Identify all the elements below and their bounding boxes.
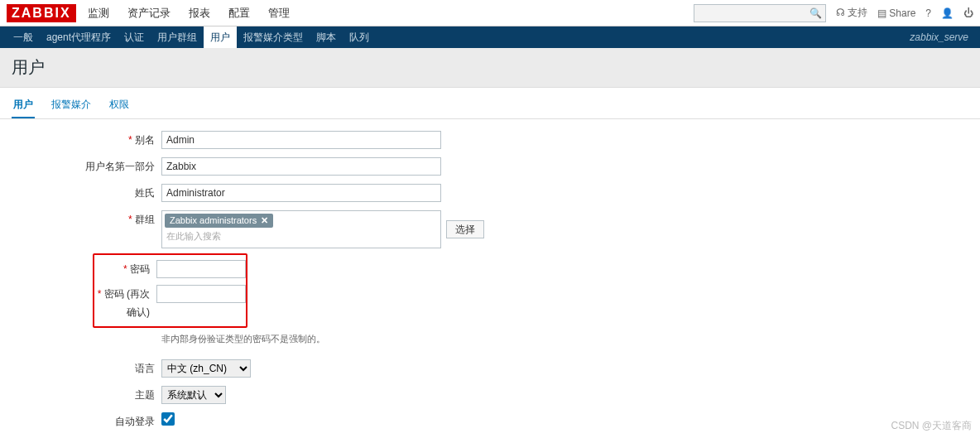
subnav-usergroups[interactable]: 用户群组 (151, 26, 204, 48)
nav-config[interactable]: 配置 (225, 1, 253, 26)
share-link[interactable]: ▤ Share (877, 7, 915, 19)
groups-box[interactable]: Zabbix administrators✕ 在此输入搜索 (161, 210, 441, 248)
search-icon[interactable]: 🔍 (809, 7, 822, 19)
firstname-input[interactable] (161, 157, 441, 176)
nav-inventory[interactable]: 资产记录 (124, 1, 174, 26)
topbar-right: 🔍 ☊ 支持 ▤ Share ? 👤 ⏻ (694, 4, 973, 22)
password-note: 非内部身份验证类型的密码不是强制的。 (161, 333, 325, 345)
watermark: CSDN @天道客商 (891, 419, 972, 433)
power-icon[interactable]: ⏻ (963, 7, 973, 19)
remove-tag-icon[interactable]: ✕ (261, 215, 268, 225)
support-link[interactable]: ☊ 支持 (836, 6, 867, 20)
nav-reports[interactable]: 报表 (185, 1, 214, 26)
autologin-checkbox[interactable] (161, 412, 175, 426)
subnav-scripts[interactable]: 脚本 (310, 26, 343, 48)
nav-admin[interactable]: 管理 (265, 1, 293, 26)
host-label: zabbix_serve (903, 26, 973, 48)
search-wrap: 🔍 (694, 4, 826, 22)
password-confirm-input[interactable] (156, 285, 246, 303)
groups-select-button[interactable]: 选择 (446, 220, 484, 238)
nav-monitoring[interactable]: 监测 (84, 1, 113, 26)
subnav-general[interactable]: 一般 (7, 26, 40, 48)
subnav-users[interactable]: 用户 (204, 26, 237, 48)
groups-placeholder: 在此输入搜索 (165, 228, 438, 245)
password-label: 密码 (94, 260, 156, 278)
subnav-proxies[interactable]: agent代理程序 (40, 26, 118, 48)
help-icon[interactable]: ? (925, 7, 931, 19)
tab-media[interactable]: 报警媒介 (50, 94, 93, 118)
language-select[interactable]: 中文 (zh_CN) (161, 359, 251, 378)
alias-input[interactable] (161, 131, 441, 149)
page-title: 用户 (0, 48, 980, 88)
theme-label: 主题 (0, 386, 161, 404)
subnav-auth[interactable]: 认证 (118, 26, 151, 48)
group-tag[interactable]: Zabbix administrators✕ (165, 214, 273, 228)
password-input[interactable] (156, 260, 246, 278)
language-label: 语言 (0, 359, 161, 378)
tab-user[interactable]: 用户 (12, 94, 35, 118)
search-input[interactable] (694, 4, 826, 22)
alias-label: 别名 (0, 131, 161, 149)
topbar: ZABBIX 监测 资产记录 报表 配置 管理 🔍 ☊ 支持 ▤ Share ?… (0, 0, 980, 26)
groups-label: 群组 (0, 210, 161, 229)
lastname-label: 姓氏 (0, 184, 161, 202)
password-confirm-label: 密码 (再次确认) (94, 285, 156, 321)
firstname-label: 用户名第一部分 (0, 157, 161, 176)
lastname-input[interactable] (161, 184, 441, 202)
theme-select[interactable]: 系统默认 (161, 386, 226, 404)
main-nav: 监测 资产记录 报表 配置 管理 (84, 1, 293, 26)
user-icon[interactable]: 👤 (941, 7, 954, 19)
sub-nav: 一般 agent代理程序 认证 用户群组 用户 报警媒介类型 脚本 队列 zab… (0, 26, 980, 48)
tab-permissions[interactable]: 权限 (108, 94, 131, 118)
form-tabs: 用户 报警媒介 权限 (0, 88, 980, 119)
subnav-queue[interactable]: 队列 (343, 26, 376, 48)
user-form: 别名 用户名第一部分 姓氏 群组 Zabbix administrators✕ … (0, 119, 980, 438)
brand-logo: ZABBIX (7, 4, 76, 22)
autologin-label: 自动登录 (0, 412, 161, 431)
